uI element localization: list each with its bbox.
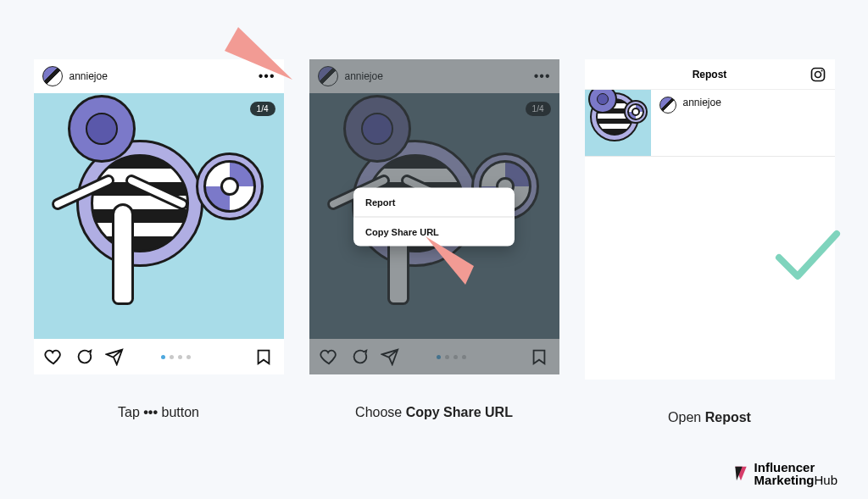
carousel-counter: 1/4 <box>526 102 551 116</box>
carousel-counter: 1/4 <box>250 102 275 116</box>
share-icon[interactable] <box>105 347 124 366</box>
svg-point-4 <box>821 69 822 71</box>
illustration-hat <box>68 95 136 163</box>
repost-app-card: Repost anniejoe <box>585 59 835 380</box>
comment-icon <box>350 347 369 366</box>
more-options-button: ••• <box>534 69 551 83</box>
username-label: anniejoe <box>683 97 721 108</box>
brand-watermark: Influencer MarketingHub <box>732 461 837 488</box>
like-icon[interactable] <box>44 347 63 366</box>
callout-arrow <box>423 234 474 285</box>
popup-report-option[interactable]: Report <box>353 188 515 218</box>
profile-avatar <box>318 66 338 86</box>
svg-point-3 <box>815 72 821 78</box>
step-1-caption: Tap ••• button <box>118 405 199 420</box>
repost-thumbnail <box>585 90 651 156</box>
svg-marker-1 <box>426 236 474 285</box>
username-label: anniejoe <box>345 70 383 82</box>
bookmark-icon <box>530 347 548 366</box>
profile-avatar <box>659 97 676 114</box>
illustration-ball <box>196 152 264 220</box>
share-icon <box>381 347 399 366</box>
illustration-body <box>112 203 134 305</box>
instagram-post-card-dimmed: anniejoe ••• 1/4 Report <box>309 59 559 374</box>
instagram-icon[interactable] <box>810 66 826 83</box>
comment-icon[interactable] <box>75 347 93 366</box>
instagram-post-card: anniejoe ••• 1/4 <box>34 59 284 374</box>
profile-avatar[interactable] <box>42 66 63 86</box>
repost-app-header: Repost <box>585 59 835 90</box>
brand-logo-icon <box>732 465 749 482</box>
post-actions-bar <box>34 339 284 374</box>
step-1: anniejoe ••• 1/4 <box>34 59 284 425</box>
step-3: Repost anniejoe Open Repost <box>585 59 835 425</box>
like-icon <box>320 347 338 366</box>
username-label[interactable]: anniejoe <box>70 70 108 82</box>
svg-marker-0 <box>225 27 292 80</box>
step-2-caption: Choose Copy Share URL <box>355 405 513 420</box>
bookmark-icon[interactable] <box>254 347 273 366</box>
step-3-caption: Open Repost <box>668 410 751 425</box>
step-2: anniejoe ••• 1/4 Report <box>309 59 559 425</box>
repost-title: Repost <box>693 69 727 80</box>
checkmark-icon <box>774 227 842 290</box>
carousel-dots <box>161 355 191 359</box>
post-image[interactable]: 1/4 <box>34 93 284 339</box>
repost-queued-item[interactable]: anniejoe <box>585 90 835 157</box>
callout-arrow <box>220 25 296 85</box>
